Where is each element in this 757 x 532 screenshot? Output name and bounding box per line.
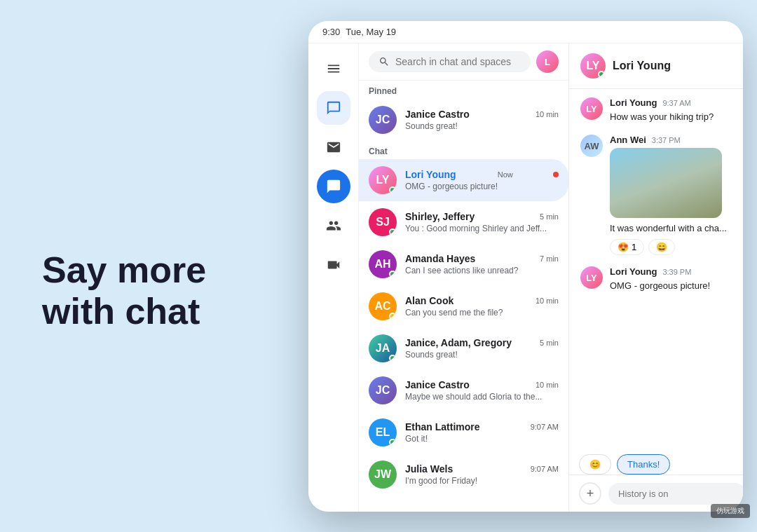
chat-section-label: Chat xyxy=(359,141,568,159)
message-content: Lori Young 9:37 AM How was your hiking t… xyxy=(610,97,732,123)
status-indicator xyxy=(389,439,396,446)
message-text: How was your hiking trip? xyxy=(610,111,732,123)
chat-name: Alan Cook xyxy=(405,295,453,306)
quick-reply-thanks[interactable]: Thanks! xyxy=(617,454,670,475)
quick-reply-area: 😊 Thanks! xyxy=(569,450,743,475)
chat-info: Janice Castro 10 min Sounds great! xyxy=(405,109,559,131)
message-time: 3:37 PM xyxy=(652,136,681,144)
chat-time: 10 min xyxy=(536,110,559,118)
chat-preview: OMG - gorgeous picture! xyxy=(405,182,559,191)
app-body: L Pinned JC Janice Castro 10 min Sounds … xyxy=(308,43,743,512)
avatar: SJ xyxy=(369,208,397,236)
avatar: JW xyxy=(369,461,397,489)
nav-people[interactable] xyxy=(317,209,350,243)
chat-item-ethan[interactable]: EL Ethan Lattimore 9:07 AM Got it! xyxy=(359,411,568,453)
avatar: JC xyxy=(369,106,397,134)
message-sender: Lori Young xyxy=(610,97,657,108)
chat-info: Shirley, Jeffery 5 min You : Good mornin… xyxy=(405,211,559,233)
chat-item-pinned-janice[interactable]: JC Janice Castro 10 min Sounds great! xyxy=(359,99,568,141)
reaction-bar: 😍 1 😄 xyxy=(610,239,732,255)
nav-mail[interactable] xyxy=(317,130,350,164)
chat-time: 7 min xyxy=(540,254,559,263)
message-sender: Ann Wei xyxy=(610,135,646,145)
chat-list: Pinned JC Janice Castro 10 min Sounds gr… xyxy=(359,81,568,512)
status-date: Tue, May 19 xyxy=(346,27,396,37)
avatar: AC xyxy=(369,292,397,320)
status-bar: 9:30 Tue, May 19 xyxy=(308,21,743,43)
chat-time: 5 min xyxy=(540,339,559,347)
chat-info: Ethan Lattimore 9:07 AM Got it! xyxy=(405,421,559,444)
status-indicator xyxy=(389,313,396,320)
message-image xyxy=(610,148,722,218)
reaction-pill-heart[interactable]: 😍 1 xyxy=(610,239,644,255)
chat-name: Janice Castro xyxy=(405,109,470,120)
chat-preview: Can you send me the file? xyxy=(405,308,559,318)
chat-detail-header: LY Lori Young xyxy=(569,43,743,89)
avatar: JA xyxy=(369,334,397,362)
avatar: LY xyxy=(580,266,603,289)
chat-item-lori[interactable]: LY Lori Young Now OMG - gorgeous picture… xyxy=(359,159,568,201)
status-indicator xyxy=(389,229,396,236)
device: 9:30 Tue, May 19 xyxy=(308,21,743,512)
hero-section: Say more with chat xyxy=(42,250,206,334)
chat-info: Janice Castro 10 min Maybe we should add… xyxy=(405,379,559,402)
menu-button[interactable] xyxy=(317,52,350,86)
watermark: 仿玩游戏 xyxy=(711,504,750,518)
chat-name: Ethan Lattimore xyxy=(405,421,480,432)
chat-time: 9:07 AM xyxy=(531,465,559,473)
chat-name: Shirley, Jeffery xyxy=(405,211,475,222)
chat-preview: Sounds great! xyxy=(405,121,559,131)
chat-list-panel: L Pinned JC Janice Castro 10 min Sounds … xyxy=(359,43,569,512)
reaction-pill-smile[interactable]: 😄 xyxy=(648,239,675,255)
chat-preview: I'm good for Friday! xyxy=(405,476,559,486)
chat-name: Janice, Adam, Gregory xyxy=(405,337,512,348)
chat-messages: LY Lori Young 9:37 AM How was your hikin… xyxy=(569,89,743,450)
avatar: LY xyxy=(580,97,603,120)
chat-input[interactable] xyxy=(608,483,743,505)
current-user-avatar[interactable]: L xyxy=(536,50,559,73)
add-button[interactable]: + xyxy=(579,482,601,505)
pinned-label: Pinned xyxy=(359,81,568,99)
chat-item-group[interactable]: JA Janice, Adam, Gregory 5 min Sounds gr… xyxy=(359,327,568,369)
chat-info: Lori Young Now OMG - gorgeous picture! xyxy=(405,169,559,191)
chat-item-janice2[interactable]: JC Janice Castro 10 min Maybe we should … xyxy=(359,369,568,411)
avatar: AH xyxy=(369,250,397,278)
chat-name: Lori Young xyxy=(405,169,456,180)
status-time: 9:30 xyxy=(322,27,340,37)
chat-info: Janice, Adam, Gregory 5 min Sounds great… xyxy=(405,337,559,360)
nav-chat-bubble[interactable] xyxy=(317,170,350,203)
status-indicator xyxy=(389,355,396,362)
chat-preview: You : Good morning Shirley and Jeff... xyxy=(405,224,559,233)
chat-name: Julia Wels xyxy=(405,463,453,475)
message-group: LY Lori Young 3:39 PM OMG - gorgeous pic… xyxy=(580,266,732,292)
status-indicator xyxy=(389,186,396,193)
chat-name: Amanda Hayes xyxy=(405,253,475,264)
chat-time: 9:07 AM xyxy=(531,423,559,431)
contact-avatar: LY xyxy=(580,53,606,79)
message-text: It was wonderful with a cha... xyxy=(610,222,732,235)
status-indicator xyxy=(389,271,396,278)
avatar: LY xyxy=(369,166,397,194)
message-text: OMG - gorgeous picture! xyxy=(610,280,732,292)
chat-preview: Can I see actions like unread? xyxy=(405,266,559,275)
chat-item-shirley[interactable]: SJ Shirley, Jeffery 5 min You : Good mor… xyxy=(359,201,568,243)
quick-reply-emoji[interactable]: 😊 xyxy=(579,454,611,475)
search-icon xyxy=(378,56,390,67)
nav-chat-list[interactable] xyxy=(317,91,350,125)
message-content: Ann Wei 3:37 PM It was wonderful with a … xyxy=(610,135,732,255)
avatar: AW xyxy=(580,135,603,157)
chat-item-alan[interactable]: AC Alan Cook 10 min Can you send me the … xyxy=(359,285,568,327)
chat-item-julia[interactable]: JW Julia Wels 9:07 AM I'm good for Frida… xyxy=(359,453,568,496)
chat-time: 10 min xyxy=(536,381,559,389)
search-input-wrap[interactable] xyxy=(369,51,531,72)
nav-video[interactable] xyxy=(317,248,350,282)
search-bar: L xyxy=(359,43,568,81)
avatar: JC xyxy=(369,376,397,404)
search-input[interactable] xyxy=(395,56,521,67)
chat-name: Janice Castro xyxy=(405,379,470,390)
message-group: AW Ann Wei 3:37 PM It was wonderful with… xyxy=(580,135,732,255)
chat-item-amanda[interactable]: AH Amanda Hayes 7 min Can I see actions … xyxy=(359,243,568,285)
sidebar-nav xyxy=(308,43,359,512)
avatar: EL xyxy=(369,418,397,446)
chat-preview: Maybe we should add Gloria to the... xyxy=(405,392,559,402)
